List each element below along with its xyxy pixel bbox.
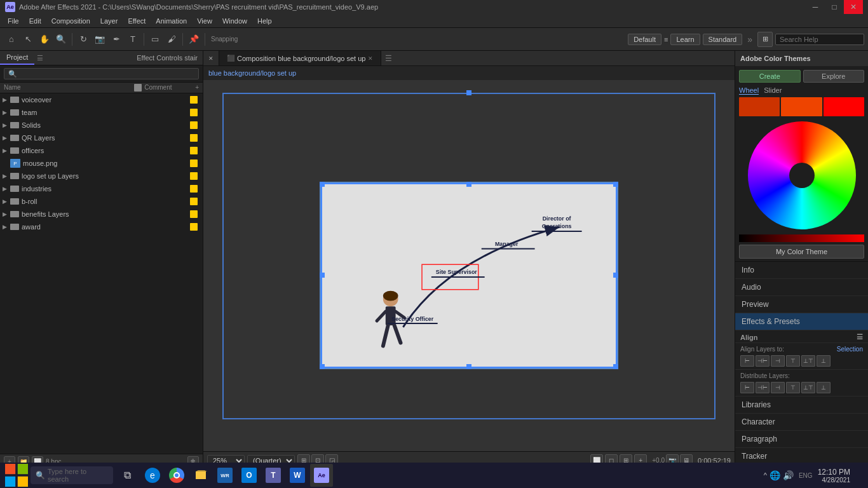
comp-settings-menu[interactable]: ☰: [381, 54, 396, 63]
tree-item-mouse-png[interactable]: P mouse.png: [0, 157, 203, 170]
wheel-tab[interactable]: Wheel: [739, 86, 759, 95]
taskbar-teams-icon[interactable]: T: [262, 464, 285, 487]
taskbar-start-button[interactable]: [5, 464, 28, 487]
zoom-tool[interactable]: 🔍: [53, 32, 69, 47]
dist-center-v-button[interactable]: ⊥⊤: [801, 382, 815, 393]
close-icon[interactable]: ✕: [208, 55, 214, 62]
align-center-h-button[interactable]: ⊣⊢: [756, 355, 770, 367]
workspace-button[interactable]: Default: [628, 34, 661, 45]
composition-tab-main[interactable]: ⬛ Composition blue background/logo set u…: [219, 51, 381, 65]
swatch-2[interactable]: [781, 97, 822, 116]
explore-button[interactable]: Explore: [803, 70, 865, 83]
align-top-button[interactable]: ⊤: [786, 355, 800, 367]
taskbar-ae-icon[interactable]: Ae: [310, 464, 333, 487]
info-row-effects-presets[interactable]: Effects & Presets: [735, 313, 868, 330]
info-row-paragraph[interactable]: Paragraph: [735, 431, 868, 448]
volume-icon[interactable]: 🔊: [783, 470, 794, 480]
tree-item-officers[interactable]: ▶ officers: [0, 144, 203, 157]
minimize-button[interactable]: ─: [806, 0, 825, 14]
info-row-preview[interactable]: Preview: [735, 296, 868, 313]
standard-button[interactable]: Standard: [703, 34, 743, 45]
align-left-button[interactable]: ⊢: [740, 355, 754, 367]
color-wheel[interactable]: [748, 121, 856, 229]
tree-item-logo-set-up-layers[interactable]: ▶ logo set up Layers: [0, 170, 203, 182]
rotate-tool[interactable]: ↻: [76, 32, 91, 47]
search-help-input[interactable]: [775, 34, 864, 45]
menu-composition[interactable]: Composition: [46, 16, 95, 26]
swatch-3[interactable]: [824, 97, 864, 116]
tab-effect-controls[interactable]: Effect Controls stair: [132, 53, 203, 63]
taskbar-chrome-icon[interactable]: [165, 464, 188, 487]
create-button[interactable]: Create: [739, 70, 801, 83]
puppet-tool[interactable]: 📌: [186, 32, 201, 47]
menu-view[interactable]: View: [192, 16, 217, 26]
align-menu-icon[interactable]: ☰: [857, 333, 863, 341]
dist-center-h-button[interactable]: ⊣⊢: [756, 382, 770, 393]
tree-item-qr-layers[interactable]: ▶ QR Layers: [0, 132, 203, 144]
language-indicator[interactable]: ENG: [799, 472, 813, 479]
tree-item-benefits-layers[interactable]: ▶ benefits Layers: [0, 208, 203, 220]
tab-project[interactable]: Project: [0, 51, 34, 65]
menu-window[interactable]: Window: [217, 16, 252, 26]
layout-toggle[interactable]: ⊞: [757, 32, 773, 47]
menu-effect[interactable]: Effect: [123, 16, 151, 26]
color-gradient-bar[interactable]: [739, 234, 864, 242]
swatch-1[interactable]: [739, 97, 780, 116]
tree-item-solids[interactable]: ▶ Solids: [0, 119, 203, 132]
info-row-info[interactable]: Info: [735, 262, 868, 279]
dist-bottom-button[interactable]: ⊥: [817, 382, 831, 393]
hand-tool[interactable]: ✋: [37, 32, 52, 47]
select-tool[interactable]: ↖: [20, 32, 36, 47]
project-new-folder-icon[interactable]: +: [195, 84, 199, 92]
taskbar-winrar-icon[interactable]: WR: [214, 464, 236, 487]
menu-file[interactable]: File: [3, 16, 24, 26]
taskbar-explorer-icon[interactable]: [189, 464, 212, 487]
align-bottom-button[interactable]: ⊥: [817, 355, 831, 367]
taskbar-outlook-icon[interactable]: O: [238, 464, 261, 487]
selection-label[interactable]: Selection: [837, 346, 863, 353]
taskbar-task-view[interactable]: ⧉: [116, 464, 139, 487]
taskbar-edge-icon[interactable]: e: [141, 464, 164, 487]
slider-tab[interactable]: Slider: [764, 86, 782, 95]
align-right-button[interactable]: ⊣: [771, 355, 785, 367]
dist-right-button[interactable]: ⊣: [771, 382, 785, 393]
my-color-theme-button[interactable]: My Color Theme: [739, 245, 864, 259]
info-row-character[interactable]: Character: [735, 414, 868, 431]
align-center-v-button[interactable]: ⊥⊤: [801, 355, 815, 367]
tray-chevron[interactable]: ^: [764, 471, 767, 479]
dist-left-button[interactable]: ⊢: [740, 382, 754, 393]
info-row-libraries[interactable]: Libraries: [735, 396, 868, 414]
text-tool[interactable]: T: [125, 32, 140, 47]
pen-tool[interactable]: ✒: [109, 32, 124, 47]
close-button[interactable]: ✕: [844, 0, 863, 14]
camera-tool[interactable]: 📷: [92, 32, 107, 47]
comp-tab-close[interactable]: ✕: [368, 55, 373, 62]
dist-top-button[interactable]: ⊤: [786, 382, 800, 393]
menu-layer[interactable]: Layer: [95, 16, 123, 26]
learn-button[interactable]: Learn: [670, 34, 700, 45]
tree-item-industries[interactable]: ▶ industries: [0, 182, 203, 195]
taskbar-word-icon[interactable]: W: [286, 464, 309, 487]
info-row-audio[interactable]: Audio: [735, 279, 868, 296]
composition-viewer[interactable]: Security Officer Site Supervisor Manager…: [203, 80, 735, 451]
tree-item-voiceover[interactable]: ▶ voiceover: [0, 93, 203, 106]
taskbar-search-area[interactable]: 🔍 Type here to search: [31, 466, 113, 484]
project-search-input[interactable]: [4, 68, 199, 79]
project-menu-icon[interactable]: ☰: [34, 54, 46, 62]
workspace-menu[interactable]: ≡: [664, 36, 668, 43]
maximize-button[interactable]: □: [825, 0, 844, 14]
comp-menu-icon[interactable]: ☰: [385, 54, 392, 63]
tree-item-award[interactable]: ▶ award: [0, 220, 203, 233]
menu-animation[interactable]: Animation: [151, 16, 192, 26]
workspace-expand[interactable]: »: [745, 34, 755, 44]
tree-item-b-roll[interactable]: ▶ b-roll: [0, 195, 203, 208]
home-button[interactable]: ⌂: [4, 32, 19, 47]
brush-tool[interactable]: 🖌: [164, 32, 179, 47]
shape-tool[interactable]: ▭: [147, 32, 163, 47]
menu-edit[interactable]: Edit: [24, 16, 46, 26]
tree-item-team[interactable]: ▶ team: [0, 106, 203, 119]
network-icon[interactable]: 🌐: [770, 470, 780, 480]
menu-help[interactable]: Help: [252, 16, 277, 26]
window-controls[interactable]: ─ □ ✕: [806, 0, 863, 14]
outer-handle-t[interactable]: [466, 90, 471, 95]
